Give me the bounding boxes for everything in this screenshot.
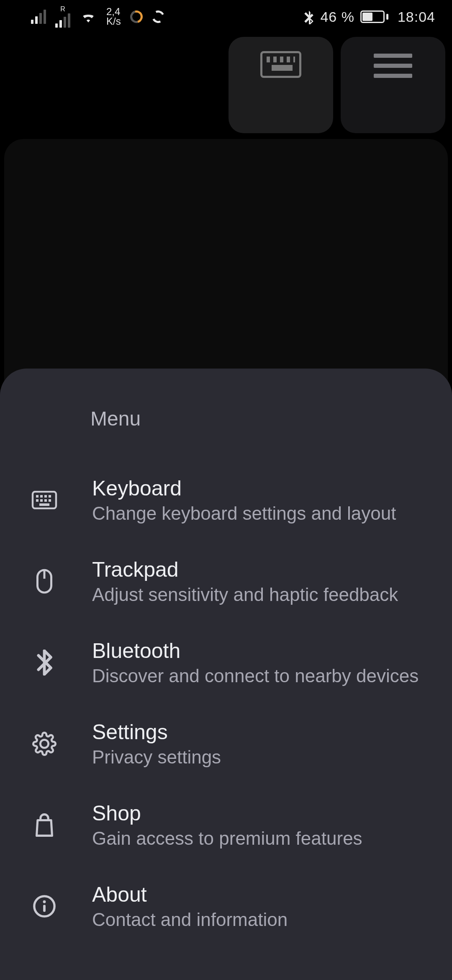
menu-item-title: Settings <box>92 720 221 744</box>
menu-mode-card[interactable] <box>341 37 445 133</box>
menu-item-bluetooth[interactable]: Bluetooth Discover and connect to nearby… <box>23 622 429 703</box>
svg-rect-9 <box>39 503 49 506</box>
menu-item-subtitle: Contact and information <box>92 909 288 930</box>
bluetooth-icon <box>303 9 314 24</box>
sync-icon <box>150 9 166 25</box>
menu-item-keyboard[interactable]: Keyboard Change keyboard settings and la… <box>23 459 429 541</box>
data-usage-icon <box>128 8 145 26</box>
info-icon <box>23 894 65 918</box>
signal-sim2-icon: R <box>55 6 70 28</box>
svg-rect-8 <box>49 499 51 502</box>
keyboard-icon <box>260 51 301 78</box>
svg-point-13 <box>43 900 46 903</box>
svg-rect-4 <box>49 495 51 498</box>
gear-icon <box>23 732 65 756</box>
network-rate: 2,4 K/s <box>106 7 121 26</box>
menu-item-title: Keyboard <box>92 476 396 500</box>
menu-item-title: Trackpad <box>92 557 398 582</box>
svg-rect-6 <box>40 499 43 502</box>
menu-item-about[interactable]: About Contact and information <box>23 866 429 947</box>
menu-sheet: Menu Keyboard Change keyboard settings a… <box>0 369 452 980</box>
svg-rect-1 <box>36 495 39 498</box>
menu-item-shop[interactable]: Shop Gain access to premium features <box>23 784 429 866</box>
menu-item-subtitle: Privacy settings <box>92 747 221 768</box>
menu-item-subtitle: Change keyboard settings and layout <box>92 503 396 524</box>
svg-rect-14 <box>43 905 46 912</box>
sheet-title: Menu <box>90 407 429 430</box>
battery-percent: 46 % <box>320 9 354 25</box>
svg-rect-5 <box>36 499 39 502</box>
net-rate-unit: K/s <box>106 17 121 26</box>
signal-sim1-icon <box>31 10 46 24</box>
menu-item-subtitle: Discover and connect to nearby devices <box>92 665 419 686</box>
menu-item-subtitle: Gain access to premium features <box>92 828 362 849</box>
status-right: 46 % 18:04 <box>303 9 435 25</box>
menu-item-settings[interactable]: Settings Privacy settings <box>23 703 429 784</box>
bag-icon <box>23 812 65 838</box>
svg-rect-3 <box>44 495 47 498</box>
keyboard-mode-card[interactable] <box>229 37 333 133</box>
menu-item-trackpad[interactable]: Trackpad Adjust sensitivity and haptic f… <box>23 541 429 622</box>
wifi-icon <box>80 10 97 24</box>
hamburger-icon <box>374 54 412 78</box>
status-left: R 2,4 K/s <box>31 6 164 28</box>
roaming-label: R <box>60 6 65 13</box>
menu-item-title: Bluetooth <box>92 639 419 663</box>
keyboard-icon <box>23 491 65 509</box>
status-bar: R 2,4 K/s 46 % 18:04 <box>0 0 452 34</box>
svg-rect-7 <box>44 499 47 502</box>
mouse-icon <box>23 568 65 594</box>
menu-item-title: Shop <box>92 801 362 825</box>
mode-switcher <box>229 37 445 133</box>
clock: 18:04 <box>398 9 435 25</box>
bluetooth-icon <box>23 650 65 676</box>
svg-rect-2 <box>40 495 43 498</box>
menu-item-subtitle: Adjust sensitivity and haptic feedback <box>92 584 398 605</box>
menu-item-title: About <box>92 882 288 907</box>
battery-icon <box>360 10 388 23</box>
